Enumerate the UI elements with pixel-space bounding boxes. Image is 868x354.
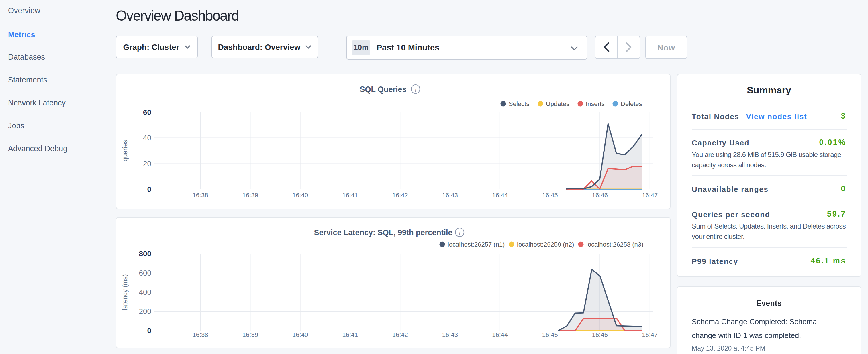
svg-text:40: 40: [143, 133, 151, 142]
svg-text:16:39: 16:39: [242, 331, 258, 338]
svg-text:16:40: 16:40: [292, 192, 308, 199]
svg-text:SQL Queries: SQL Queries: [360, 85, 406, 94]
svg-text:localhost:26258 (n3): localhost:26258 (n3): [586, 240, 643, 248]
svg-text:16:46: 16:46: [592, 331, 608, 338]
svg-text:16:45: 16:45: [542, 331, 558, 338]
svg-text:localhost:26259 (n2): localhost:26259 (n2): [517, 240, 574, 248]
svg-text:Inserts: Inserts: [586, 100, 604, 107]
svg-text:20: 20: [143, 159, 151, 168]
svg-text:i: i: [415, 86, 416, 93]
svg-text:Service Latency: SQL, 99th per: Service Latency: SQL, 99th percentile: [314, 228, 452, 236]
svg-text:16:42: 16:42: [392, 192, 408, 199]
svg-text:latency (ms): latency (ms): [121, 274, 129, 310]
svg-text:i: i: [459, 229, 461, 236]
svg-text:200: 200: [139, 307, 151, 315]
svg-text:16:45: 16:45: [542, 192, 558, 199]
svg-text:localhost:26257 (n1): localhost:26257 (n1): [447, 240, 505, 248]
svg-text:16:47: 16:47: [642, 192, 658, 199]
svg-text:16:40: 16:40: [292, 331, 308, 338]
svg-text:Updates: Updates: [546, 100, 569, 107]
svg-text:60: 60: [143, 108, 151, 117]
svg-text:0: 0: [147, 185, 151, 194]
svg-text:queries: queries: [121, 140, 129, 161]
svg-text:16:44: 16:44: [492, 331, 508, 338]
svg-text:16:44: 16:44: [492, 192, 508, 199]
svg-text:16:42: 16:42: [392, 331, 408, 338]
svg-text:16:46: 16:46: [592, 192, 608, 199]
svg-text:16:38: 16:38: [192, 192, 208, 199]
svg-text:16:41: 16:41: [342, 331, 358, 338]
svg-text:800: 800: [139, 249, 151, 258]
svg-text:16:38: 16:38: [192, 331, 208, 338]
svg-text:16:43: 16:43: [442, 331, 458, 338]
svg-text:600: 600: [139, 268, 151, 277]
svg-text:16:41: 16:41: [342, 192, 358, 199]
svg-text:400: 400: [139, 288, 151, 296]
svg-text:Selects: Selects: [509, 100, 529, 107]
svg-text:16:39: 16:39: [242, 192, 258, 199]
svg-text:0: 0: [147, 326, 151, 334]
svg-text:16:43: 16:43: [442, 192, 458, 199]
svg-text:16:47: 16:47: [642, 331, 658, 338]
svg-text:Deletes: Deletes: [621, 100, 642, 107]
